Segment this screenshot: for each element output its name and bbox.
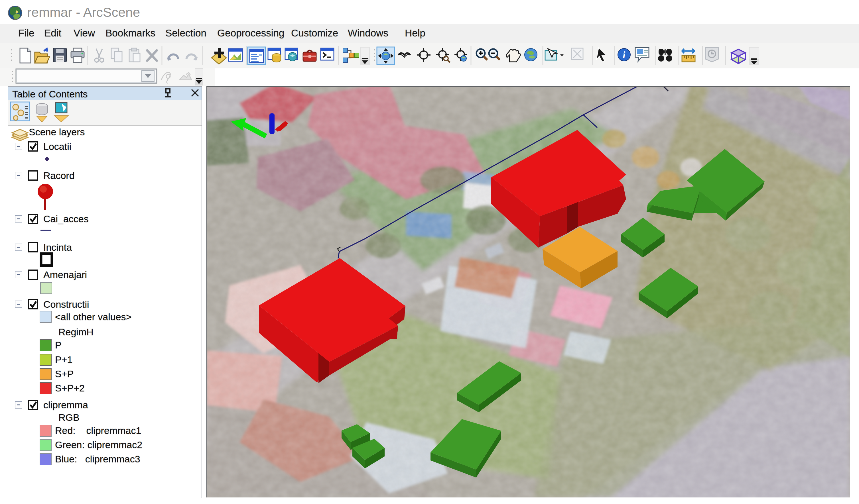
svg-text:i: i [623,50,626,60]
